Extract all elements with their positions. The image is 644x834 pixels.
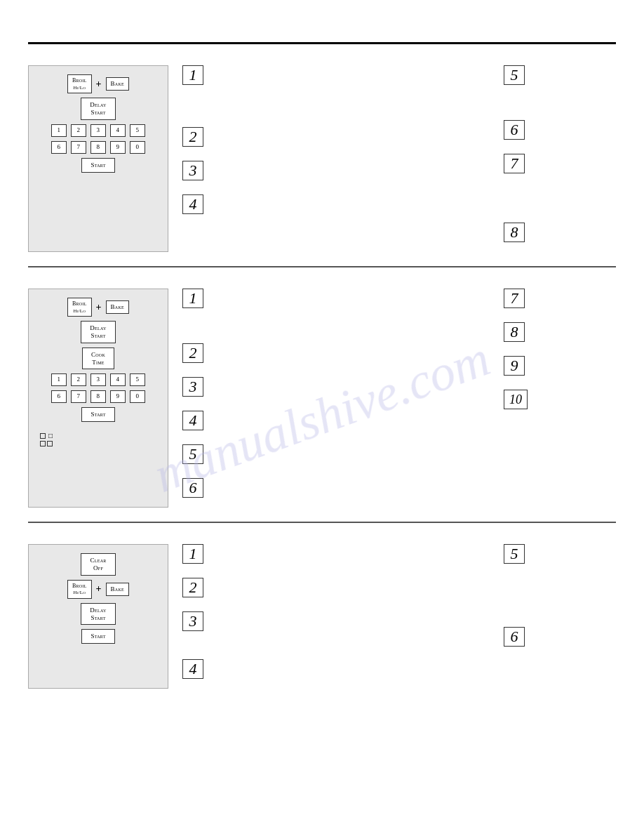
plus-sign-3: + xyxy=(96,583,102,595)
panel-row-clear-3: ClearOff xyxy=(81,553,115,576)
start-button-1[interactable]: Start xyxy=(81,158,114,173)
step-num-3-2: 2 xyxy=(182,578,203,597)
num-2-1[interactable]: 2 xyxy=(71,124,86,137)
small-square-symbol: □ xyxy=(40,432,53,439)
num-7-1[interactable]: 7 xyxy=(71,141,86,154)
num-3-1[interactable]: 3 xyxy=(90,124,106,137)
step-num-r-3-6: 6 xyxy=(504,627,525,647)
panel-1: BroilHi/Lo + Bake DelayStart 1 2 3 4 5 6… xyxy=(28,65,168,252)
steps-right-1: 5 6 7 8 xyxy=(490,65,616,252)
num-0-1[interactable]: 0 xyxy=(130,141,145,154)
step-num-2-4: 4 xyxy=(182,411,203,430)
step-2-1: 1 xyxy=(182,289,476,308)
num-9-1[interactable]: 9 xyxy=(110,141,126,154)
step-2-2: 2 xyxy=(182,343,476,363)
step-num-2-3: 3 xyxy=(182,377,203,397)
broil-button-2[interactable]: BroilHi/Lo xyxy=(67,298,92,317)
steps-left-2: 1 2 3 4 5 6 xyxy=(168,289,490,508)
num-2-2[interactable]: 2 xyxy=(71,373,86,386)
num-6-1[interactable]: 6 xyxy=(51,141,67,154)
step-num-r-2-7: 7 xyxy=(504,289,525,308)
num-1-1[interactable]: 1 xyxy=(51,124,67,137)
step-num-3-3: 3 xyxy=(182,611,203,631)
step-r-2-7: 7 xyxy=(504,289,616,308)
delay-start-button-2[interactable]: DelayStart xyxy=(81,321,115,343)
step-num-1-3: 3 xyxy=(182,161,203,180)
step-num-3-1: 1 xyxy=(182,544,203,564)
small-squares-row xyxy=(40,441,53,446)
panel-2: BroilHi/Lo + Bake DelayStart CookTime 1 … xyxy=(28,289,168,508)
step-num-r-1-5: 5 xyxy=(504,65,525,85)
broil-button-3[interactable]: BroilHi/Lo xyxy=(67,580,92,599)
bake-button-3[interactable]: Bake xyxy=(106,583,129,596)
delay-start-button-3[interactable]: DelayStart xyxy=(81,603,115,626)
step-num-1-4: 4 xyxy=(182,194,203,214)
step-num-r-2-9: 9 xyxy=(504,356,525,376)
panel-row-start-1: Start xyxy=(81,158,114,173)
step-num-2-2: 2 xyxy=(182,343,203,363)
panel-numpad-row1-1: 1 2 3 4 5 xyxy=(51,124,145,137)
panel-row-delay-1: DelayStart xyxy=(81,98,115,120)
step-2-6: 6 xyxy=(182,478,476,498)
num-9-2[interactable]: 9 xyxy=(110,390,126,403)
step-num-1-2: 2 xyxy=(182,127,203,147)
panel-row-start-2: Start xyxy=(81,407,114,422)
panel-row-broil-bake-1: BroilHi/Lo + Bake xyxy=(67,74,129,93)
step-num-1-1: 1 xyxy=(182,65,203,85)
plus-sign-2: + xyxy=(96,302,102,313)
num-3-2[interactable]: 3 xyxy=(90,373,106,386)
step-r-1-6: 6 xyxy=(504,120,616,140)
num-7-2[interactable]: 7 xyxy=(71,390,86,403)
panel-row-start-3: Start xyxy=(81,629,114,644)
step-3-2: 2 xyxy=(182,578,476,597)
step-3-1: 1 xyxy=(182,544,476,564)
panel-numpad-row1-2: 1 2 3 4 5 xyxy=(51,373,145,386)
num-1-2[interactable]: 1 xyxy=(51,373,67,386)
panel-numpad-row2-1: 6 7 8 9 0 xyxy=(51,141,145,154)
panel-row-broil-bake-3: BroilHi/Lo + Bake xyxy=(67,580,129,599)
bake-button-2[interactable]: Bake xyxy=(106,300,129,314)
panel-numpad-row2-2: 6 7 8 9 0 xyxy=(51,390,145,403)
step-num-r-1-6: 6 xyxy=(504,120,525,140)
step-2-4: 4 xyxy=(182,411,476,430)
num-5-1[interactable]: 5 xyxy=(130,124,145,137)
num-8-2[interactable]: 8 xyxy=(90,390,106,403)
step-r-1-8: 8 xyxy=(504,223,616,242)
panel-3: ClearOff BroilHi/Lo + Bake DelayStart St… xyxy=(28,544,168,689)
section-2: BroilHi/Lo + Bake DelayStart CookTime 1 … xyxy=(0,267,644,522)
num-5-2[interactable]: 5 xyxy=(130,373,145,386)
delay-start-button-1[interactable]: DelayStart xyxy=(81,98,115,120)
step-2-5: 5 xyxy=(182,444,476,464)
step-1-2: 2 xyxy=(182,127,476,147)
step-1-3: 3 xyxy=(182,161,476,180)
bake-button-1[interactable]: Bake xyxy=(106,77,129,91)
panel-row-broil-bake-2: BroilHi/Lo + Bake xyxy=(67,298,129,317)
num-6-2[interactable]: 6 xyxy=(51,390,67,403)
plus-sign-1: + xyxy=(96,79,102,90)
step-num-2-6: 6 xyxy=(182,478,203,498)
num-8-1[interactable]: 8 xyxy=(90,141,106,154)
start-button-3[interactable]: Start xyxy=(81,629,114,644)
start-button-2[interactable]: Start xyxy=(81,407,114,422)
num-4-1[interactable]: 4 xyxy=(110,124,126,137)
step-r-1-7: 7 xyxy=(504,154,616,173)
num-4-2[interactable]: 4 xyxy=(110,373,126,386)
steps-right-2: 7 8 9 10 xyxy=(490,289,616,508)
broil-button-1[interactable]: BroilHi/Lo xyxy=(67,74,92,93)
panel-row-cook-time-2: CookTime xyxy=(82,348,114,370)
num-0-2[interactable]: 0 xyxy=(130,390,145,403)
step-1-4: 4 xyxy=(182,194,476,214)
step-r-2-8: 8 xyxy=(504,322,616,342)
step-r-2-9: 9 xyxy=(504,356,616,376)
step-r-3-5: 5 xyxy=(504,544,616,564)
step-2-3: 3 xyxy=(182,377,476,397)
panel-row-delay-2: DelayStart xyxy=(81,321,115,343)
step-r-2-10: 10 xyxy=(504,390,616,409)
step-3-3: 3 xyxy=(182,611,476,631)
cook-time-button-2[interactable]: CookTime xyxy=(82,348,114,370)
step-num-r-2-10: 10 xyxy=(504,390,528,409)
clear-off-button-3[interactable]: ClearOff xyxy=(81,553,115,576)
step-num-r-1-8: 8 xyxy=(504,223,525,242)
steps-left-1: 1 2 3 4 xyxy=(168,65,490,252)
step-r-1-5: 5 xyxy=(504,65,616,85)
